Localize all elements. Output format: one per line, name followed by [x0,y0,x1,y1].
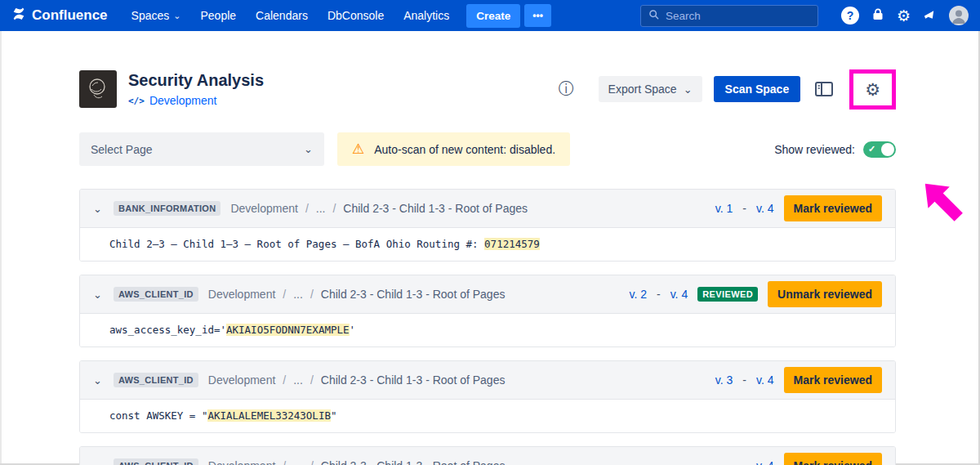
lock-icon[interactable] [871,7,884,24]
header-toolbar: ⓘ Export Space ⌄ Scan Space ⚙ [559,76,896,102]
warning-icon: ⚠ [352,142,364,156]
expand-chevron-icon[interactable]: ⌄ [93,203,102,214]
space-avatar [79,70,117,108]
mark-reviewed-button[interactable]: Mark reviewed [784,367,883,393]
finding-actions: v. 2 - v. 4 REVIEWED Unmark reviewed [629,281,882,307]
finding-actions: v. 1 - v. 4 Mark reviewed [715,195,882,221]
findings-list: ⌄ BANK_INFORMATION Development / ... / C… [79,189,896,465]
breadcrumb-ellipsis[interactable]: ... [293,288,303,301]
chevron-down-icon: ⌄ [304,143,313,155]
breadcrumb: Development / ... / Child 2-3 - Child 1-… [208,459,506,465]
brand-name: Confluence [32,7,108,24]
confluence-mark-icon [11,7,26,25]
nav-item-calendars[interactable]: Calendars [247,4,317,27]
version-from-link[interactable]: v. 1 [715,202,733,215]
nav-more-button[interactable]: ••• [524,4,551,27]
expand-chevron-icon[interactable]: ⌄ [93,375,102,386]
finding-card: ⌄ AWS_CLIENT_ID Development / ... / Chil… [79,275,896,347]
nav-item-spaces[interactable]: Spaces ⌄ [122,4,190,27]
nav-item-analytics[interactable]: Analytics [394,4,458,27]
mark-reviewed-button[interactable]: Mark reviewed [784,195,883,221]
finding-type-badge: AWS_CLIENT_ID [114,458,198,465]
search-box[interactable] [640,5,818,27]
sidebar-toggle-button[interactable] [812,78,836,100]
breadcrumb-page[interactable]: Child 2-3 - Child 1-3 - Root of Pages [321,459,506,465]
breadcrumb-space[interactable]: Development [208,459,276,465]
megaphone-icon[interactable] [923,8,937,24]
expand-chevron-icon[interactable]: ⌄ [93,461,102,465]
autoscan-warning: ⚠ Auto-scan of new content: disabled. [337,132,570,166]
toggle-knob [881,143,894,156]
breadcrumb: Development / ... / Child 2-3 - Child 1-… [208,288,506,301]
finding-snippet: aws_access_key_id='AKIAIO5FODNN7EXAMPLE' [80,313,895,347]
version-to-link[interactable]: v. 4 [756,202,774,215]
chevron-down-icon: ⌄ [684,83,693,96]
nav-item-dbconsole[interactable]: DbConsole [318,4,393,27]
help-icon[interactable]: ? [841,7,859,25]
finding-header: ⌄ AWS_CLIENT_ID Development / ... / Chil… [80,447,895,465]
finding-snippet: Child 2–3 – Child 1–3 – Root of Pages – … [80,227,895,261]
controls-row: Select Page ⌄ ⚠ Auto-scan of new content… [79,132,896,166]
breadcrumb-ellipsis[interactable]: ... [293,459,303,465]
breadcrumb-space[interactable]: Development [208,288,276,301]
gear-icon[interactable]: ⚙ [897,8,911,24]
breadcrumb-ellipsis[interactable]: ... [316,202,326,215]
finding-card: ⌄ AWS_CLIENT_ID Development / ... / Chil… [79,446,896,465]
version-from-link[interactable]: v. 2 [629,288,647,301]
breadcrumb-ellipsis[interactable]: ... [293,373,303,387]
reviewed-badge: REVIEWED [697,287,758,302]
main-content: Security Analysis </> Development ⓘ Expo… [79,31,896,465]
finding-card: ⌄ BANK_INFORMATION Development / ... / C… [79,189,896,262]
breadcrumb-page[interactable]: Child 2-3 - Child 1-3 - Root of Pages [321,373,506,387]
avatar[interactable] [949,6,969,25]
show-reviewed-control: Show reviewed: ✓ [774,141,896,158]
version-from-link[interactable]: v. 3 [715,373,733,387]
finding-actions: v. 3 - v. 4 Mark reviewed [715,367,882,393]
finding-actions: v. 4 Mark reviewed [756,453,882,465]
breadcrumb-space[interactable]: Development [208,373,276,387]
mark-reviewed-button[interactable]: Mark reviewed [784,453,883,465]
finding-type-badge: AWS_CLIENT_ID [114,287,198,302]
finding-header: ⌄ BANK_INFORMATION Development / ... / C… [80,190,895,227]
space-settings-gear-button[interactable]: ⚙ [862,78,884,101]
select-page-dropdown[interactable]: Select Page ⌄ [79,132,324,166]
gear-icon: ⚙ [865,81,880,98]
finding-type-badge: AWS_CLIENT_ID [114,373,198,387]
nav-icons: ? ⚙ [841,6,969,25]
version-to-link[interactable]: v. 4 [756,373,774,387]
page: Confluence Spaces ⌄ People Calendars DbC… [0,0,980,465]
version-to-link[interactable]: v. 4 [670,288,688,301]
scan-space-button[interactable]: Scan Space [714,76,801,102]
breadcrumb-space[interactable]: Development [230,202,298,215]
space-type-icon: </> [128,96,145,106]
version-to-link[interactable]: v. 4 [756,459,774,465]
annotation-highlight-box: ⚙ [849,69,896,110]
breadcrumb: Development / ... / Child 2-3 - Child 1-… [230,202,528,215]
finding-card: ⌄ AWS_CLIENT_ID Development / ... / Chil… [79,360,896,433]
search-icon [648,8,659,23]
space-header: Security Analysis </> Development ⓘ Expo… [79,70,896,108]
show-reviewed-toggle[interactable]: ✓ [863,141,896,158]
expand-chevron-icon[interactable]: ⌄ [93,289,102,300]
title-column: Security Analysis </> Development [128,71,264,107]
finding-snippet: const AWSKEY = "AKIALALEMEL33243OLIB" [80,399,895,432]
unmark-reviewed-button[interactable]: Unmark reviewed [768,281,882,307]
confluence-logo[interactable]: Confluence [11,7,108,25]
secret-highlight: 071214579 [484,238,540,250]
check-icon: ✓ [868,144,875,154]
info-icon[interactable]: ⓘ [559,78,574,100]
breadcrumb-page[interactable]: Child 2-3 - Child 1-3 - Root of Pages [321,288,506,301]
show-reviewed-label: Show reviewed: [774,143,855,156]
breadcrumb-page[interactable]: Child 2-3 - Child 1-3 - Root of Pages [343,202,528,215]
finding-header: ⌄ AWS_CLIENT_ID Development / ... / Chil… [80,361,895,399]
chevron-down-icon: ⌄ [173,12,180,19]
top-nav: Confluence Spaces ⌄ People Calendars DbC… [0,0,980,31]
export-space-button[interactable]: Export Space ⌄ [599,76,702,102]
annotation-arrow [918,177,967,226]
space-link[interactable]: Development [149,94,217,107]
nav-item-people[interactable]: People [191,4,245,27]
warning-text: Auto-scan of new content: disabled. [374,143,555,156]
search-input[interactable] [666,10,810,22]
create-button[interactable]: Create [466,4,520,28]
finding-type-badge: BANK_INFORMATION [114,201,220,216]
